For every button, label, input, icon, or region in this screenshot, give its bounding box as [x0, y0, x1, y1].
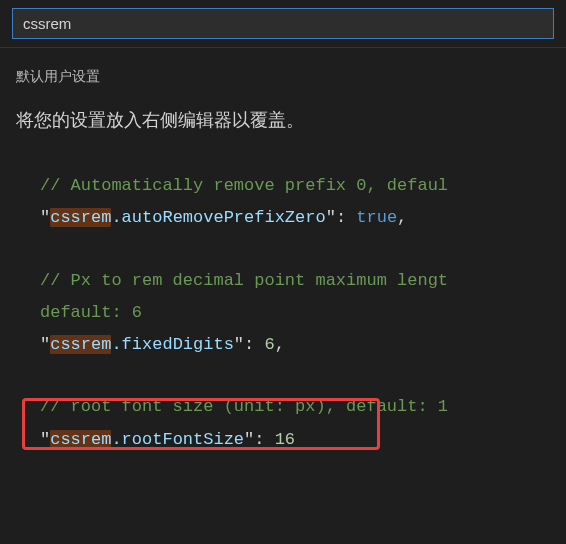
section-header: 默认用户设置 [0, 48, 566, 90]
search-highlight: cssrem [50, 430, 111, 449]
code-editor[interactable]: // Automatically remove prefix 0, defaul… [0, 140, 566, 456]
search-highlight: cssrem [50, 335, 111, 354]
setting-root-font-size: // root font size (unit: px), default: 1… [40, 391, 566, 456]
settings-description: 将您的设置放入右侧编辑器以覆盖。 [0, 90, 566, 140]
comment-line: // Px to rem decimal point maximum lengt [40, 271, 448, 290]
search-input[interactable] [12, 8, 554, 39]
setting-value: 16 [275, 430, 295, 449]
comment-line: // Automatically remove prefix 0, defaul [40, 176, 448, 195]
setting-value: true [356, 208, 397, 227]
search-highlight: cssrem [50, 208, 111, 227]
setting-auto-remove-prefix: // Automatically remove prefix 0, defaul… [40, 170, 566, 235]
setting-value: 6 [264, 335, 274, 354]
comment-line: default: 6 [40, 303, 142, 322]
setting-fixed-digits: // Px to rem decimal point maximum lengt… [40, 265, 566, 362]
search-container [0, 0, 566, 48]
comment-line: // root font size (unit: px), default: 1 [40, 397, 448, 416]
